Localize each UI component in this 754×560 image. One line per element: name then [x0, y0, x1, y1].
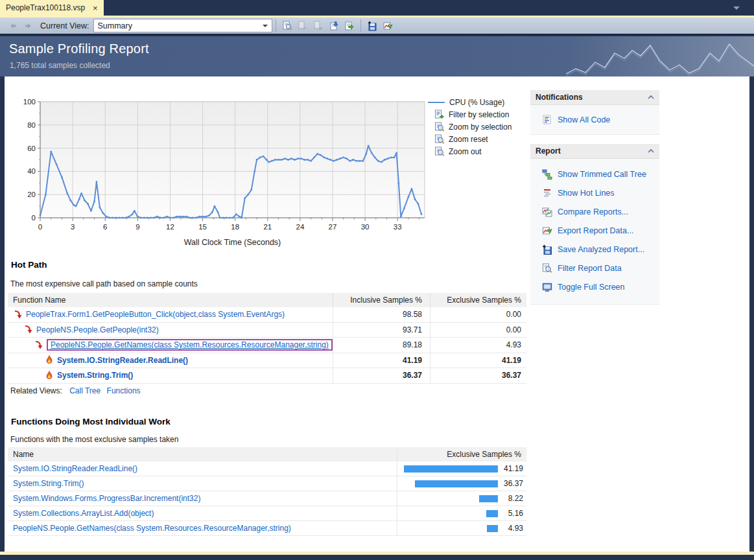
zoom-by-selection-action[interactable]: Zoom by selection	[428, 121, 512, 133]
function-link[interactable]: PeopleNS.People.GetNames(class System.Re…	[51, 340, 329, 349]
report-panel: Report Show Trimmed Call TreeShow Hot Li…	[530, 144, 659, 305]
exclusive-samples-value: 5.16	[501, 509, 523, 518]
hotlines-icon	[542, 188, 552, 198]
cpu-usage-chart[interactable]: 02040608010003691215182124273033Wall Clo…	[8, 91, 430, 254]
collapse-chevron-icon[interactable]	[648, 95, 654, 99]
functions-table-header[interactable]: Name Exclusive Samples %	[8, 447, 526, 461]
report-action-filter-report-data[interactable]: Filter Report Data	[530, 259, 659, 277]
zoom-reset-action[interactable]: Zoom reset	[428, 133, 512, 145]
function-row[interactable]: System.IO.StringReader.ReadLine()41.19	[8, 461, 526, 476]
hot-path-table-header[interactable]: Function Name Inclusive Samples % Exclus…	[8, 293, 526, 307]
save-icon	[542, 244, 552, 255]
report-header: Sample Profiling Report 1,765 total samp…	[0, 36, 754, 76]
column-name[interactable]: Name	[8, 447, 397, 461]
column-function-name[interactable]: Function Name	[8, 293, 333, 307]
functions-title: Functions Doing Most Individual Work	[11, 417, 171, 426]
function-link[interactable]: System.String.Trim()	[57, 371, 133, 380]
save-analyzed-report-button[interactable]	[364, 19, 380, 33]
hot-path-row[interactable]: System.String.Trim()36.3736.37	[8, 368, 526, 384]
hot-path-row[interactable]: PeopleNS.People.GetPeople(int32)93.710.0…	[8, 323, 526, 338]
function-row[interactable]: System.String.Trim()36.37	[8, 476, 526, 491]
svg-text:0: 0	[32, 214, 36, 222]
collapse-chevron-icon[interactable]	[648, 149, 654, 153]
import-report-icon	[329, 21, 339, 31]
function-link[interactable]: PeopleTrax.Form1.GetPeopleButton_Click(o…	[26, 310, 285, 319]
back-arrow-icon	[8, 21, 18, 31]
current-view-select[interactable]: Summary	[93, 19, 272, 32]
zoom-by-selection-icon	[434, 122, 445, 132]
legend-series-label: CPU (% Usage)	[449, 98, 504, 107]
function-row[interactable]: System.Windows.Forms.ProgressBar.Increme…	[8, 491, 526, 506]
flame-icon	[44, 371, 54, 380]
function-row[interactable]: System.Collections.ArrayList.Add(object)…	[8, 506, 526, 521]
flame-icon	[44, 355, 54, 365]
profiler-window: PeopleTrax100118.vsp × Current View: Sum…	[0, 0, 754, 560]
function-row[interactable]: PeopleNS.People.GetNames(class System.Re…	[8, 521, 526, 536]
svg-text:12: 12	[166, 223, 174, 231]
tab-title: PeopleTrax100118.vsp	[6, 3, 85, 12]
current-view-value: Summary	[98, 21, 132, 30]
current-view-label: Current View:	[40, 21, 89, 30]
tab-list-dropdown-icon[interactable]	[733, 6, 740, 10]
inclusive-samples-value: 98.58	[333, 307, 430, 322]
exclusive-samples-bar	[487, 525, 498, 532]
view-report-button[interactable]	[279, 19, 295, 33]
filter-by-selection-action[interactable]: Filter by selection	[428, 108, 512, 121]
function-link[interactable]: System.IO.StringReader.ReadLine()	[13, 464, 137, 473]
svg-text:24: 24	[296, 223, 305, 231]
document-tab-strip: PeopleTrax100118.vsp ×	[0, 0, 754, 16]
svg-text:40: 40	[27, 167, 36, 175]
notifications-panel-header[interactable]: Notifications	[530, 90, 659, 105]
copy-disabled-button[interactable]	[295, 19, 311, 33]
export-report-button[interactable]	[342, 19, 357, 33]
report-action-export-report-data[interactable]: Export Report Data...	[530, 221, 659, 240]
related-view-call-tree-link[interactable]: Call Tree	[69, 386, 100, 395]
function-link[interactable]: System.String.Trim()	[13, 479, 84, 488]
function-link[interactable]: PeopleNS.People.GetNames(class System.Re…	[13, 524, 291, 533]
functions-subtitle: Functions with the most exclusive sample…	[10, 435, 178, 444]
zoom-out-action[interactable]: Zoom out	[428, 145, 512, 158]
navigate-forward-button[interactable]	[21, 19, 36, 33]
report-action-toggle-full-screen[interactable]: Toggle Full Screen	[530, 277, 659, 296]
tab-close-icon[interactable]: ×	[93, 4, 98, 12]
report-action-compare-reports[interactable]: Compare Reports...	[530, 202, 659, 221]
function-link[interactable]: System.IO.StringReader.ReadLine()	[57, 356, 188, 365]
fullscreen-icon	[542, 282, 552, 292]
hot-path-row[interactable]: PeopleTrax.Form1.GetPeopleButton_Click(o…	[8, 307, 526, 323]
save-analyzed-icon	[367, 21, 377, 31]
hot-path-row[interactable]: System.IO.StringReader.ReadLine()41.1941…	[8, 353, 526, 369]
exclusive-samples-value: 41.19	[430, 353, 526, 368]
zoom-out-icon	[434, 146, 445, 157]
header-wave-decoration	[566, 36, 754, 76]
svg-text:0: 0	[38, 223, 42, 231]
report-action-show-hot-lines[interactable]: Show Hot Lines	[530, 183, 659, 202]
column-exclusive-samples[interactable]: Exclusive Samples %	[430, 293, 526, 307]
forward-arrow-icon	[23, 21, 34, 31]
hot-path-arrow-icon	[23, 325, 34, 334]
column-inclusive-samples[interactable]: Inclusive Samples %	[333, 293, 430, 307]
show-all-code-link[interactable]: Show All Code	[530, 110, 610, 129]
view-report-icon	[282, 21, 292, 31]
exclusive-samples-value: 0.00	[430, 307, 526, 322]
svg-text:20: 20	[27, 191, 36, 198]
copy-path-disabled-button[interactable]	[311, 19, 326, 33]
select-dropdown-icon	[263, 25, 268, 27]
report-panel-header[interactable]: Report	[530, 144, 659, 159]
column-exclusive-samples[interactable]: Exclusive Samples %	[397, 447, 526, 461]
export-chart-button[interactable]	[380, 19, 395, 33]
filter-by-selection-icon	[434, 110, 445, 120]
navigate-back-button[interactable]	[5, 19, 21, 33]
import-report-button[interactable]	[326, 19, 342, 33]
related-view-functions-link[interactable]: Functions	[107, 386, 141, 395]
related-views-label: Related Views:	[10, 386, 62, 395]
hot-path-title: Hot Path	[11, 260, 47, 270]
function-link[interactable]: PeopleNS.People.GetPeople(int32)	[36, 325, 159, 334]
report-action-save-analyzed-report[interactable]: Save Analyzed Report...	[530, 240, 659, 259]
report-action-show-trimmed-call-tree[interactable]: Show Trimmed Call Tree	[530, 165, 659, 183]
svg-text:60: 60	[27, 145, 36, 152]
function-link[interactable]: System.Collections.ArrayList.Add(object)	[13, 509, 154, 518]
svg-text:18: 18	[231, 223, 239, 231]
hot-path-row[interactable]: PeopleNS.People.GetNames(class System.Re…	[8, 338, 526, 353]
function-link[interactable]: System.Windows.Forms.ProgressBar.Increme…	[13, 494, 200, 503]
document-tab[interactable]: PeopleTrax100118.vsp ×	[0, 0, 104, 16]
